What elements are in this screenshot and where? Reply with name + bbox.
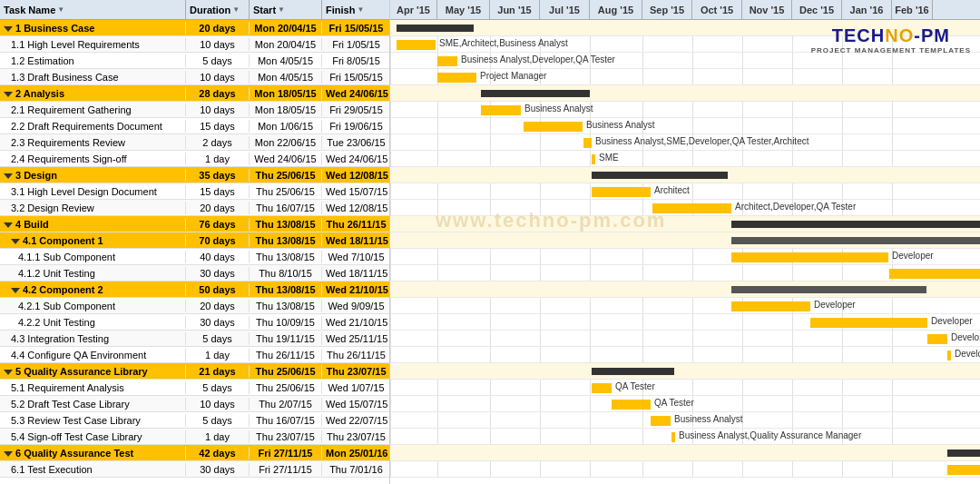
cell-duration: 1 day bbox=[186, 430, 250, 443]
header-start[interactable]: Start ▼ bbox=[250, 0, 322, 19]
cell-task: 4.1.2 Unit Testing bbox=[0, 267, 186, 280]
cell-finish: Mon 25/01/16 bbox=[322, 447, 390, 459]
task-row-r26: 5.4 Sign-off Test Case Library 1 day Thu… bbox=[0, 429, 389, 445]
gantt-bar-label: Business Analyst,Quality Assurance Manag… bbox=[679, 430, 861, 440]
cell-finish: Fri 15/05/15 bbox=[322, 22, 390, 35]
gantt-body: SME,Architect,Business AnalystBusiness A… bbox=[390, 20, 980, 478]
task-row-r13: 4 Build 76 days Thu 13/08/15 Thu 26/11/1… bbox=[0, 216, 389, 232]
cell-finish: Fri 8/05/15 bbox=[322, 54, 390, 67]
cell-start: Fri 27/11/15 bbox=[250, 447, 322, 459]
gantt-row-r18: Developer bbox=[390, 298, 980, 314]
cell-start: Thu 23/07/15 bbox=[250, 430, 322, 443]
sort-icon-duration[interactable]: ▼ bbox=[232, 5, 240, 14]
task-row-r24: 5.2 Draft Test Case Library 10 days Thu … bbox=[0, 396, 389, 412]
cell-finish: Wed 24/06/15 bbox=[322, 153, 390, 165]
task-row-r4: 1.3 Draft Business Case 10 days Mon 4/05… bbox=[0, 69, 389, 85]
cell-task: 2.3 Requirements Review bbox=[0, 136, 186, 149]
task-row-r19: 4.2.2 Unit Testing 30 days Thu 10/09/15 … bbox=[0, 314, 389, 331]
gantt-row-r16: Developer bbox=[390, 265, 980, 282]
gantt-row-r12: Architect,Developer,QA Tester bbox=[390, 200, 980, 216]
cell-finish: Wed 18/11/15 bbox=[322, 234, 390, 247]
task-row-r3: 1.2 Estimation 5 days Mon 4/05/15 Fri 8/… bbox=[0, 53, 389, 69]
gantt-bar bbox=[592, 368, 674, 375]
logo-text: TECHNO-PM bbox=[811, 25, 971, 46]
expand-icon[interactable] bbox=[4, 173, 13, 179]
sort-icon-task[interactable]: ▼ bbox=[57, 5, 64, 14]
cell-duration: 28 days bbox=[186, 87, 250, 100]
sort-icon-finish[interactable]: ▼ bbox=[357, 5, 364, 14]
expand-icon[interactable] bbox=[4, 222, 13, 228]
month-label: Jul '15 bbox=[540, 0, 590, 19]
gantt-bar-label: QA Tester bbox=[615, 381, 655, 391]
cell-duration: 10 days bbox=[186, 71, 250, 84]
task-row-r21: 4.4 Configure QA Environment 1 day Thu 2… bbox=[0, 347, 389, 363]
gantt-bar-label: Project Manager bbox=[480, 71, 546, 81]
header-task[interactable]: Task Name ▼ bbox=[0, 0, 186, 19]
expand-icon[interactable] bbox=[4, 26, 13, 32]
gantt-bar-label: Business Analyst bbox=[586, 120, 655, 130]
expand-icon[interactable] bbox=[4, 92, 13, 97]
sort-icon-start[interactable]: ▼ bbox=[278, 5, 285, 14]
gantt-bar bbox=[927, 334, 947, 344]
header-task-label: Task Name bbox=[4, 5, 55, 15]
task-label: 4.2.2 Unit Testing bbox=[18, 317, 95, 328]
task-row-r6: 2.1 Requirement Gathering 10 days Mon 18… bbox=[0, 102, 389, 118]
expand-icon[interactable] bbox=[4, 370, 13, 375]
task-row-r22: 5 Quality Assurance Library 21 days Thu … bbox=[0, 363, 389, 380]
logo: TECHNO-PM PROJECT MANAGEMENT TEMPLATES bbox=[811, 25, 971, 54]
gantt-bar bbox=[612, 400, 651, 410]
gantt-bar-label-right: Developer bbox=[955, 349, 980, 359]
task-label: 4.1.1 Sub Component bbox=[18, 252, 115, 262]
expand-icon[interactable] bbox=[11, 239, 20, 244]
task-label: 4.3 Integration Testing bbox=[11, 333, 109, 344]
task-row-r2: 1.1 High Level Requirements 10 days Mon … bbox=[0, 36, 389, 53]
month-label: Nov '15 bbox=[742, 0, 792, 19]
gantt-bar-label: QA Tester bbox=[654, 398, 694, 408]
gantt-row-r20: Developer bbox=[390, 331, 980, 347]
cell-finish: Tue 23/06/15 bbox=[322, 136, 390, 149]
gantt-bar bbox=[651, 416, 671, 426]
logo-no: NO bbox=[885, 25, 914, 45]
month-label: Dec '15 bbox=[792, 0, 842, 19]
gantt-bar bbox=[731, 301, 810, 311]
header-duration[interactable]: Duration ▼ bbox=[186, 0, 250, 19]
gantt-bar bbox=[437, 56, 457, 66]
cell-task: 4.1.1 Sub Component bbox=[0, 251, 186, 263]
cell-start: Thu 2/07/15 bbox=[250, 398, 322, 410]
cell-finish: Wed 21/10/15 bbox=[322, 316, 390, 329]
cell-start: Thu 16/07/15 bbox=[250, 414, 322, 427]
gantt-bar-label: Business Analyst,Developer,QA Tester bbox=[461, 54, 615, 64]
gantt-bar-label: Business Analyst,SME,Developer,QA Tester… bbox=[595, 136, 808, 146]
cell-duration: 30 days bbox=[186, 463, 250, 476]
cell-start: Thu 8/10/15 bbox=[250, 267, 322, 280]
cell-duration: 20 days bbox=[186, 202, 250, 214]
gantt-row-r15: Developer bbox=[390, 249, 980, 265]
header-finish[interactable]: Finish ▼ bbox=[322, 0, 390, 19]
gantt-bar bbox=[592, 172, 728, 179]
task-label: 1 Business Case bbox=[15, 23, 94, 34]
task-row-r18: 4.2.1 Sub Component 20 days Thu 13/08/15… bbox=[0, 298, 389, 314]
cell-task: 2.4 Requirements Sign-off bbox=[0, 153, 186, 165]
gantt-row-r7: Business Analyst bbox=[390, 118, 980, 134]
task-label: 2.1 Requirement Gathering bbox=[11, 104, 132, 115]
cell-duration: 15 days bbox=[186, 185, 250, 198]
month-label: Apr '15 bbox=[390, 0, 437, 19]
gantt-bar bbox=[947, 465, 980, 475]
task-label: 5.2 Draft Test Case Library bbox=[11, 399, 130, 410]
gantt-row-r21: Developer bbox=[390, 347, 980, 363]
cell-task: 2.1 Requirement Gathering bbox=[0, 104, 186, 116]
gantt-bar bbox=[731, 237, 980, 244]
cell-duration: 5 days bbox=[186, 332, 250, 345]
task-label: 1.2 Estimation bbox=[11, 55, 74, 66]
task-row-r15: 4.1.1 Sub Component 40 days Thu 13/08/15… bbox=[0, 249, 389, 265]
cell-task: 2 Analysis bbox=[0, 87, 186, 100]
cell-duration: 15 days bbox=[186, 120, 250, 133]
task-label: 4.1.2 Unit Testing bbox=[18, 268, 95, 279]
gantt-row-r8: Business Analyst,SME,Developer,QA Tester… bbox=[390, 134, 980, 151]
cell-duration: 21 days bbox=[186, 365, 250, 378]
cell-start: Mon 18/05/15 bbox=[250, 87, 322, 100]
expand-icon[interactable] bbox=[11, 288, 20, 293]
expand-icon[interactable] bbox=[4, 451, 13, 457]
cell-finish: Wed 12/08/15 bbox=[322, 202, 390, 214]
cell-task: 5.4 Sign-off Test Case Library bbox=[0, 430, 186, 443]
